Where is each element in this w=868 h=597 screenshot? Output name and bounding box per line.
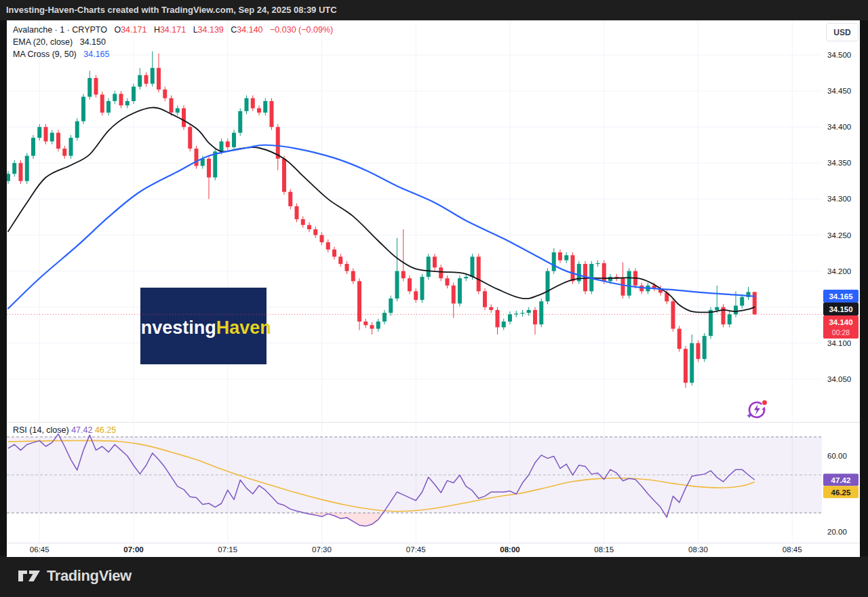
rsi-pane[interactable]: 60.0020.0047.4246.25	[7, 422, 860, 543]
price-badge-value: 34.150	[829, 305, 852, 313]
change-value: −0.030 (−0.09%)	[270, 25, 333, 35]
investinghaven-watermark: InvestingHaven	[136, 288, 271, 364]
svg-text:InvestingHaven: InvestingHaven	[136, 317, 271, 338]
refresh-flash-icon[interactable]	[743, 396, 770, 423]
ohlc-low-label: L	[193, 25, 198, 35]
price-axis-label: 34.300	[827, 195, 851, 203]
ohlc-open-label: O	[114, 25, 121, 35]
price-axis-label: 34.200	[827, 267, 851, 275]
time-axis-label: 08:30	[688, 545, 708, 554]
price-axis[interactable]: 34.50034.45034.40034.35034.30034.25034.2…	[823, 51, 859, 383]
rsi-value: 47.42	[71, 425, 92, 435]
ohlc-low-value: 34.139	[198, 25, 224, 35]
ohlc-open-value: 34.171	[121, 25, 146, 35]
ma-cross-value: 34.165	[83, 50, 109, 59]
price-badge-value: 34.140	[829, 318, 852, 326]
rsi-ma-badge-value: 46.25	[831, 488, 851, 497]
ema-label: EMA (20, close)	[13, 37, 73, 47]
tradingview-brand-text: TradingView	[47, 567, 132, 585]
chart-title: Investing-Haven-Charts created with Trad…	[6, 5, 337, 15]
rsi-ma-value: 46.25	[95, 425, 116, 435]
time-axis-label: 07:00	[123, 545, 143, 554]
time-axis-label: 08:00	[500, 545, 519, 554]
time-axis-label: 07:15	[218, 545, 237, 554]
rsi-axis-label: 60.00	[827, 452, 847, 460]
ma-cross-line	[8, 145, 755, 309]
time-axis-label: 07:30	[312, 545, 332, 554]
price-axis-label: 34.450	[827, 87, 851, 95]
legend-symbol-row[interactable]: Avalanche · 1 · CRYPTO O34.171 H34.171 L…	[13, 24, 333, 36]
price-badge-value: 34.165	[829, 292, 853, 301]
price-axis-label: 34.100	[827, 339, 851, 347]
rsi-legend[interactable]: RSI (14, close) 47.42 46.25	[13, 425, 116, 435]
price-pane[interactable]: InvestingHaven34.50034.45034.40034.35034…	[7, 20, 860, 422]
symbol-legend[interactable]: Avalanche · 1 · CRYPTO O34.171 H34.171 L…	[13, 24, 333, 60]
tradingview-logo-icon	[18, 568, 41, 584]
currency-toggle-button[interactable]: USD	[826, 23, 859, 41]
rsi-label: RSI (14, close)	[13, 425, 69, 435]
price-axis-label: 34.500	[827, 51, 851, 59]
legend-ema-row[interactable]: EMA (20, close) 34.150	[13, 36, 333, 48]
legend-ma-cross-row[interactable]: MA Cross (9, 50) 34.165	[13, 48, 333, 60]
price-axis-label: 34.250	[827, 231, 851, 239]
rsi-axis-label: 20.00	[827, 528, 847, 536]
price-grid	[7, 20, 822, 422]
rsi-axis[interactable]: 60.0020.0047.4246.25	[823, 452, 859, 536]
time-axis-label: 06:45	[30, 545, 50, 554]
countdown-timer: 00:28	[832, 328, 850, 336]
ema-20-line	[8, 107, 755, 312]
price-axis-label: 34.350	[827, 159, 851, 167]
time-axis-label: 07:45	[406, 545, 426, 554]
currency-label: USD	[833, 28, 850, 37]
chart-container: InvestingHaven34.50034.45034.40034.35034…	[7, 20, 860, 556]
chart-title-bar: Investing-Haven-Charts created with Trad…	[0, 0, 868, 20]
price-axis-label: 34.050	[827, 375, 851, 383]
tradingview-brand-link[interactable]: TradingView	[18, 567, 132, 585]
candlestick-series	[7, 52, 757, 388]
time-axis-label: 08:45	[783, 545, 802, 554]
price-axis-label: 34.400	[827, 123, 851, 131]
ema-value: 34.150	[80, 37, 106, 47]
rsi-badge-value: 47.42	[831, 476, 851, 484]
ma-cross-label: MA Cross (9, 50)	[13, 50, 77, 59]
ohlc-close-value: 34.140	[237, 25, 262, 35]
time-axis-label: 08:15	[594, 545, 614, 554]
ohlc-close-label: C	[231, 25, 237, 35]
footer-bar: TradingView	[0, 556, 868, 597]
time-axis[interactable]: 06:4507:0007:1507:3007:4508:0008:1508:30…	[7, 543, 860, 557]
ohlc-high-label: H	[154, 25, 160, 35]
symbol-name: Avalanche · 1 · CRYPTO	[13, 25, 107, 35]
ohlc-high-value: 34.171	[160, 25, 186, 35]
